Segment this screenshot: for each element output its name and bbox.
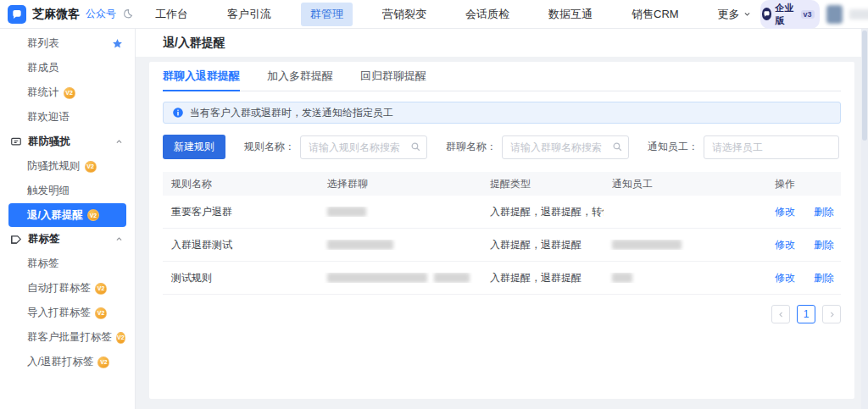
table-header: 规则名称 选择群聊 提醒类型 通知员工 操作 xyxy=(163,172,841,196)
cell-rule-name: 重要客户退群 xyxy=(163,205,319,219)
cell-notify-staff-redacted xyxy=(604,273,766,283)
delete-link[interactable]: 删除 xyxy=(814,238,834,252)
nav-workbench[interactable]: 工作台 xyxy=(146,3,198,26)
topbar: 芝麻微客 公众号 工作台 客户引流 群管理 营销裂变 会话质检 数据互通 销售C… xyxy=(0,0,868,29)
chevron-up-icon[interactable] xyxy=(115,138,123,146)
sidebar-item-group-list[interactable]: 群列表 xyxy=(0,31,135,56)
plan-version-badge: v3 xyxy=(801,10,815,19)
sidebar-item-group-stats[interactable]: 群统计 V2 xyxy=(0,80,135,105)
anti-harassment-icon xyxy=(10,136,22,148)
cell-actions: 修改 删除 xyxy=(766,238,841,252)
table-row: 测试规则 入群提醒，退群提醒 修改 删除 xyxy=(163,262,841,295)
search-icon[interactable] xyxy=(410,141,421,152)
banner-text: 当有客户入群或退群时，发送通知给指定员工 xyxy=(190,106,393,120)
sidebar-section-group-tags[interactable]: 群标签 xyxy=(0,227,135,251)
avatar[interactable] xyxy=(826,5,843,24)
v2-badge-icon: V2 xyxy=(64,87,75,99)
notify-staff-label: 通知员工： xyxy=(648,140,698,154)
v2-badge-icon: V2 xyxy=(95,307,107,319)
page-title: 退/入群提醒 xyxy=(163,36,225,51)
main-area: 退/入群提醒 群聊入退群提醒 加入多群提醒 回归群聊提醒 当有客户入群或退群时，… xyxy=(136,29,868,409)
nav-customer-acquisition[interactable]: 客户引流 xyxy=(218,3,281,26)
group-name-input[interactable] xyxy=(502,135,629,159)
tab-return-group-reminder[interactable]: 回归群聊提醒 xyxy=(360,62,426,91)
page-header: 退/入群提醒 xyxy=(136,29,868,57)
cell-notify-staff-redacted xyxy=(604,240,766,250)
plan-name: 企业版 xyxy=(775,2,797,27)
sidebar-item-group-tag[interactable]: 群标签 xyxy=(0,251,135,276)
edit-link[interactable]: 修改 xyxy=(775,271,795,285)
nav-data-interop[interactable]: 数据互通 xyxy=(539,3,602,26)
cell-actions: 修改 删除 xyxy=(766,271,841,285)
nav-conversation-qc[interactable]: 会话质检 xyxy=(456,3,519,26)
edit-link[interactable]: 修改 xyxy=(775,205,795,219)
cell-group-chat-redacted xyxy=(319,207,481,217)
sidebar-item-group-members[interactable]: 群成员 xyxy=(0,56,135,80)
notify-staff-input[interactable] xyxy=(704,135,839,159)
rule-name-search xyxy=(300,135,427,159)
rule-name-input[interactable] xyxy=(300,135,427,159)
delete-link[interactable]: 删除 xyxy=(814,271,834,285)
prev-page-button[interactable] xyxy=(771,305,790,323)
nav-more[interactable]: 更多 xyxy=(709,3,760,26)
cell-remind-type: 入群提醒，退群提醒 xyxy=(481,271,604,285)
search-icon[interactable] xyxy=(612,141,623,152)
col-group-chat: 选择群聊 xyxy=(319,177,481,191)
v2-badge-icon: V2 xyxy=(85,161,97,173)
rules-table: 规则名称 选择群聊 提醒类型 通知员工 操作 重要客户退群 入群提醒，退群提醒，… xyxy=(163,172,841,295)
next-page-button[interactable] xyxy=(822,305,841,323)
create-rule-button[interactable]: 新建规则 xyxy=(163,135,225,159)
star-icon[interactable] xyxy=(112,38,123,49)
app-logo-icon xyxy=(8,5,26,24)
cell-group-chat-redacted xyxy=(319,273,481,283)
col-notify-staff: 通知员工 xyxy=(604,177,766,191)
vertical-scrollbar[interactable] xyxy=(861,29,868,409)
edit-link[interactable]: 修改 xyxy=(775,238,795,252)
info-banner: 当有客户入群或退群时，发送通知给指定员工 xyxy=(163,102,841,124)
page-number[interactable]: 1 xyxy=(797,305,815,323)
chevron-up-icon[interactable] xyxy=(115,235,123,243)
delete-link[interactable]: 删除 xyxy=(814,205,834,219)
scrollbar-thumb[interactable] xyxy=(862,30,867,141)
group-name-search xyxy=(502,135,629,159)
cell-actions: 修改 删除 xyxy=(766,205,841,219)
sidebar-section-anti-harassment[interactable]: 群防骚扰 xyxy=(0,130,135,154)
cell-group-chat-redacted xyxy=(319,240,481,250)
tab-multi-group-reminder[interactable]: 加入多群提醒 xyxy=(267,62,333,91)
info-icon xyxy=(172,107,184,119)
account-area: 企业版 v3 xyxy=(760,0,868,29)
main-nav: 工作台 客户引流 群管理 营销裂变 会话质检 数据互通 销售CRM 更多 xyxy=(146,3,760,26)
filter-bar: 新建规则 规则名称： 群聊名称： 通知员工： xyxy=(163,135,841,159)
sidebar-item-join-leave-reminder[interactable]: 退/入群提醒 V2 xyxy=(8,203,126,227)
group-name-label: 群聊名称： xyxy=(446,140,497,154)
table-row: 重要客户退群 入群提醒，退群提醒，转化... 修改 删除 xyxy=(163,196,841,229)
chevron-right-icon xyxy=(828,311,836,318)
v2-badge-icon: V2 xyxy=(116,332,125,344)
sidebar-item-auto-tag[interactable]: 自动打群标签 V2 xyxy=(0,276,135,301)
nav-sales-crm[interactable]: 销售CRM xyxy=(622,3,688,26)
brand-tag-link[interactable]: 公众号 xyxy=(86,7,116,21)
nav-group-management[interactable]: 群管理 xyxy=(301,3,353,26)
sidebar-item-join-leave-tag[interactable]: 入/退群打标签 V2 xyxy=(0,350,135,374)
col-rule-name: 规则名称 xyxy=(163,177,319,191)
sidebar-item-group-welcome[interactable]: 群欢迎语 xyxy=(0,105,135,130)
cell-remind-type: 入群提醒，退群提醒 xyxy=(481,238,604,252)
chevron-left-icon xyxy=(777,311,785,318)
cell-remind-type: 入群提醒，退群提醒，转化... xyxy=(481,205,604,219)
username-redacted[interactable] xyxy=(849,9,868,19)
brand-name: 芝麻微客 xyxy=(32,7,80,22)
group-tag-icon xyxy=(10,234,22,246)
plan-logo-icon xyxy=(762,8,772,20)
notify-staff-select xyxy=(704,135,839,159)
dark-mode-icon[interactable] xyxy=(122,8,133,19)
content-card: 群聊入退群提醒 加入多群提醒 回归群聊提醒 当有客户入群或退群时，发送通知给指定… xyxy=(149,62,854,399)
sidebar-item-anti-harass-rules[interactable]: 防骚扰规则 V2 xyxy=(0,154,135,179)
table-row: 入群退群测试 入群提醒，退群提醒 修改 删除 xyxy=(163,229,841,262)
sidebar-item-batch-tag[interactable]: 群客户批量打标签 V2 xyxy=(0,325,135,350)
nav-marketing-fission[interactable]: 营销裂变 xyxy=(373,3,436,26)
cell-rule-name: 测试规则 xyxy=(163,271,319,285)
pagination: 1 xyxy=(163,305,841,323)
tab-group-join-leave-reminder[interactable]: 群聊入退群提醒 xyxy=(163,62,240,91)
sidebar-item-import-tag[interactable]: 导入打群标签 V2 xyxy=(0,301,135,325)
sidebar-item-trigger-details[interactable]: 触发明细 xyxy=(0,179,135,203)
